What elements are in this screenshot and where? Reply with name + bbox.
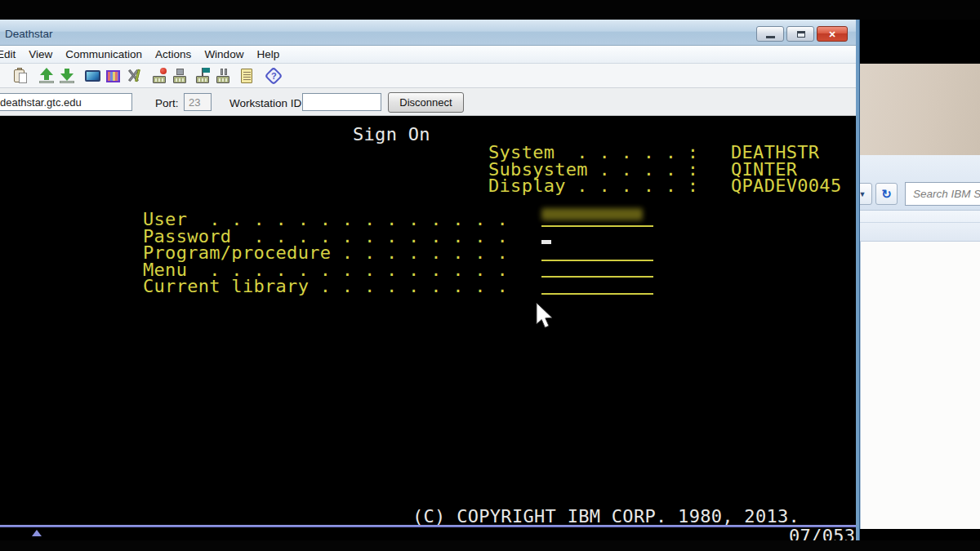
receive-file-icon[interactable] bbox=[58, 67, 76, 85]
oia-divider bbox=[0, 525, 856, 527]
close-button[interactable]: ✕ bbox=[817, 26, 848, 42]
screen: ▼ ↻ Deathstar ✕ bbox=[0, 0, 980, 551]
display-session-icon[interactable] bbox=[83, 67, 101, 85]
signon-title: Sign On bbox=[353, 127, 430, 143]
menu-input-field[interactable] bbox=[541, 276, 653, 278]
current-library-label: Current library . . . . . . . . . bbox=[143, 278, 508, 295]
menu-communication[interactable]: Communication bbox=[59, 48, 149, 60]
keyboard-setup-icon[interactable] bbox=[125, 67, 143, 85]
browser-refresh-button[interactable]: ↻ bbox=[875, 183, 898, 205]
maximize-icon bbox=[797, 31, 805, 38]
minimize-icon bbox=[766, 36, 775, 38]
menu-bar: Edit View Communication Actions Window H… bbox=[0, 46, 856, 64]
toolbar: ? bbox=[0, 64, 856, 88]
current-library-input-field[interactable] bbox=[541, 293, 653, 295]
menu-window[interactable]: Window bbox=[198, 48, 250, 60]
program-procedure-input-field[interactable] bbox=[541, 260, 653, 261]
menu-view[interactable]: View bbox=[22, 48, 59, 60]
menu-edit[interactable]: Edit bbox=[0, 48, 22, 60]
display-label: Display . . . . . : bbox=[488, 178, 698, 194]
color-map-icon[interactable] bbox=[104, 67, 122, 85]
workstation-id-input[interactable] bbox=[302, 93, 381, 111]
chevron-down-icon: ▼ bbox=[859, 190, 866, 198]
user-value-redacted bbox=[541, 208, 643, 220]
display-value: QPADEV0045 bbox=[731, 178, 841, 194]
browser-tab-row bbox=[859, 211, 980, 242]
cursor-position-indicator: 07/053 bbox=[789, 528, 855, 540]
send-file-icon[interactable] bbox=[38, 67, 56, 85]
disconnect-button[interactable]: Disconnect bbox=[388, 92, 464, 113]
port-label: Port: bbox=[155, 97, 179, 109]
workstation-id-label: Workstation ID: bbox=[229, 97, 305, 109]
notepad-icon[interactable] bbox=[238, 67, 256, 85]
help-icon[interactable]: ? bbox=[265, 67, 283, 85]
record-macro-icon[interactable] bbox=[150, 67, 168, 85]
password-text-cursor[interactable] bbox=[541, 240, 551, 244]
stop-macro-icon[interactable] bbox=[171, 67, 189, 85]
oia-status-icon bbox=[32, 530, 42, 536]
user-input-field[interactable] bbox=[541, 225, 653, 227]
system-value: DEATHSTR bbox=[731, 144, 819, 161]
window-controls: ✕ bbox=[756, 26, 848, 42]
menu-help[interactable]: Help bbox=[250, 48, 286, 60]
menu-actions[interactable]: Actions bbox=[149, 48, 198, 60]
program-procedure-label: Program/procedure . . . . . . . . bbox=[143, 245, 508, 261]
emulator-window: Deathstar ✕ Edit View Communication Acti… bbox=[0, 20, 859, 540]
host-input[interactable] bbox=[0, 93, 132, 111]
port-input[interactable] bbox=[184, 93, 212, 111]
letterbox-top bbox=[0, 0, 980, 20]
terminal-screen[interactable]: Sign On System . . . . . : DEATHSTR Subs… bbox=[0, 116, 856, 540]
window-title: Deathstar bbox=[5, 28, 53, 40]
refresh-icon: ↻ bbox=[881, 187, 892, 201]
browser-page bbox=[859, 242, 980, 529]
pause-macro-icon[interactable] bbox=[214, 67, 232, 85]
maximize-button[interactable] bbox=[786, 26, 814, 42]
play-macro-icon[interactable] bbox=[194, 67, 212, 85]
connection-bar: Port: Workstation ID: Disconnect bbox=[0, 88, 856, 116]
paste-icon[interactable] bbox=[11, 67, 29, 85]
mouse-cursor bbox=[535, 302, 555, 330]
user-label: User . . . . . . . . . . . . . . bbox=[143, 211, 508, 228]
desktop-background bbox=[859, 64, 980, 155]
system-label: System . . . . . : bbox=[488, 144, 698, 161]
window-titlebar[interactable]: Deathstar ✕ bbox=[0, 20, 856, 46]
background-browser-window: ▼ ↻ bbox=[859, 155, 980, 529]
browser-search-input[interactable] bbox=[905, 182, 980, 206]
copy-icon[interactable] bbox=[0, 67, 2, 85]
browser-toolbar: ▼ ↻ bbox=[859, 155, 980, 211]
letterbox-bottom bbox=[0, 540, 980, 551]
copyright-line: (C) COPYRIGHT IBM CORP. 1980, 2013. bbox=[412, 509, 800, 525]
minimize-button[interactable] bbox=[756, 26, 784, 42]
close-icon: ✕ bbox=[828, 29, 835, 39]
